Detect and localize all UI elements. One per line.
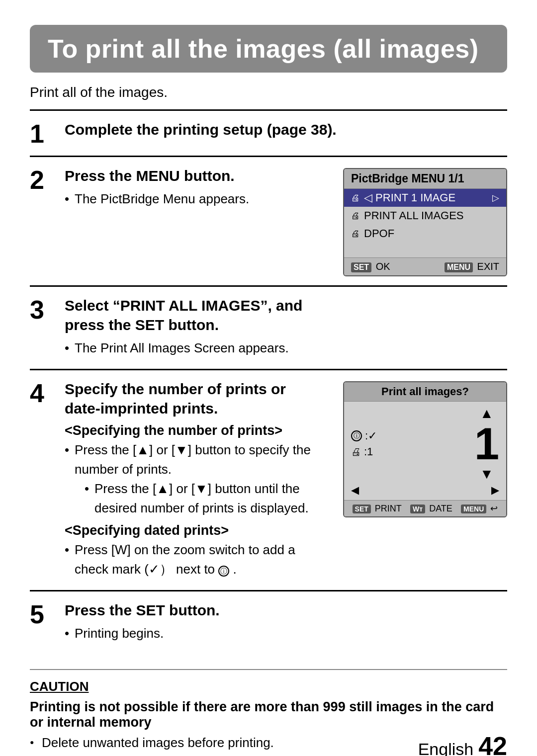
- print-label: PRINT: [375, 504, 402, 513]
- page-title: To print all the images (all images): [48, 34, 489, 64]
- step-3-content: Select “PRINT ALL IMAGES”, and press the…: [65, 296, 328, 360]
- step-3-number: 3: [30, 296, 65, 323]
- step-4-left: 4 Specify the number of prints ordate-im…: [30, 379, 328, 581]
- step-5-body-item-1: Printing begins.: [65, 624, 497, 643]
- step-3-right: [328, 296, 507, 360]
- print-all-number-area: ▲ 1 ▼: [474, 406, 499, 482]
- pictbridge-ok: SET OK: [351, 261, 390, 272]
- left-arrow[interactable]: ◀: [351, 484, 359, 496]
- step-3-row: 3 Select “PRINT ALL IMAGES”, and press t…: [30, 285, 507, 369]
- page-container: To print all the images (all images) Pri…: [0, 25, 537, 756]
- step-5: 5 Press the SET button. Printing begins.: [30, 590, 507, 654]
- step-4-item-1-sub: Press the [▲] or [▼] button until the de…: [85, 479, 328, 518]
- step-1-content: Complete the printing setup (page 38).: [65, 120, 507, 143]
- step-2-row: 2 Press the MENU button. The PictBridge …: [30, 156, 507, 285]
- title-bar: To print all the images (all images): [30, 25, 507, 73]
- step-5-title: Press the SET button.: [65, 600, 497, 620]
- step-3-body-item-1: The Print All Images Screen appears.: [65, 338, 318, 358]
- wt-btn: Wт: [410, 504, 425, 513]
- print-all-number: 1: [474, 421, 499, 466]
- step-2-title: Press the MENU button.: [65, 166, 318, 185]
- footer-page-number: 42: [478, 731, 507, 756]
- pictbridge-item-1-arrow: ▷: [492, 192, 499, 203]
- print-all-body: ⓘ :✓ 🖨 :1 ▲ 1 ▼: [344, 402, 506, 484]
- step-2-body: The PictBridge Menu appears.: [65, 189, 318, 209]
- step-3-title: Select “PRINT ALL IMAGES”, and press the…: [65, 296, 318, 335]
- up-down-arrows: ▲ 1 ▼: [474, 406, 499, 482]
- right-arrow[interactable]: ▶: [491, 484, 499, 496]
- circle-w-icon: ⓘ: [218, 566, 229, 577]
- caution-title: CAUTION: [30, 679, 507, 694]
- step-2-left: 2 Press the MENU button. The PictBridge …: [30, 166, 328, 276]
- footer-language: English: [418, 740, 474, 756]
- exit-label: EXIT: [477, 261, 499, 272]
- print-all-count: 🖨 :1: [351, 445, 474, 458]
- set-btn-icon: SET: [351, 262, 371, 272]
- step-4-item-2: Press [W] on the zoom switch to add a ch…: [65, 540, 328, 579]
- back-label: ↩: [490, 504, 498, 513]
- pictbridge-screen-title: PictBridge MENU 1/1: [344, 169, 506, 189]
- pictbridge-menu-item-1: 🖨 ◁ PRINT 1 IMAGE ▷: [344, 189, 506, 207]
- printer-icon-2: 🖨: [351, 211, 360, 221]
- set-btn: SET: [353, 504, 371, 513]
- date-btn: Wт DATE: [410, 504, 452, 514]
- page-subtitle: Print all of the images.: [30, 84, 507, 100]
- step-4-sub2-heading: <Specifying dated prints>: [65, 523, 328, 538]
- print-all-screen: Print all images? ⓘ :✓ 🖨 :1: [343, 381, 507, 517]
- step-1-title: Complete the printing setup (page 38).: [65, 120, 497, 139]
- pictbridge-item-1-label: ◁ PRINT 1 IMAGE: [364, 191, 455, 204]
- pictbridge-spacer: [344, 243, 506, 257]
- pictbridge-footer: SET OK MENU EXIT: [344, 257, 506, 275]
- page-footer: English 42: [418, 731, 507, 756]
- date-circle-icon: ⓘ: [351, 430, 362, 441]
- menu-btn-icon: MENU: [445, 262, 473, 272]
- step-2-body-item-1: The PictBridge Menu appears.: [65, 189, 318, 209]
- step-5-number: 5: [30, 600, 65, 627]
- pictbridge-item-2-label: PRINT ALL IMAGES: [364, 209, 464, 222]
- print-all-info: ⓘ :✓ 🖨 :1: [351, 429, 474, 458]
- down-arrow[interactable]: ▼: [480, 466, 494, 482]
- step-4-number: 4: [30, 379, 65, 406]
- count-label: :1: [364, 445, 373, 458]
- step-4-item-1: Press the [▲] or [▼] button to specify t…: [65, 440, 328, 518]
- step-4-sub2-body: Press [W] on the zoom switch to add a ch…: [65, 540, 328, 579]
- date-label: DATE: [429, 504, 452, 513]
- menu-back-btn: MENU: [461, 504, 486, 513]
- step-5-content: Press the SET button. Printing begins.: [65, 600, 507, 645]
- back-btn: MENU ↩: [461, 503, 498, 514]
- check-mark: :✓: [365, 429, 377, 442]
- step-4-sub1-heading: <Specifying the number of prints>: [65, 423, 328, 438]
- pictbridge-exit: MENU EXIT: [445, 261, 499, 272]
- pictbridge-menu-item-3: 🖨 DPOF: [344, 225, 506, 243]
- pictbridge-item-3-label: DPOF: [364, 227, 394, 240]
- pictbridge-menu-screen: PictBridge MENU 1/1 🖨 ◁ PRINT 1 IMAGE ▷ …: [343, 168, 507, 276]
- step-3-left: 3 Select “PRINT ALL IMAGES”, and press t…: [30, 296, 328, 360]
- step-2-content: Press the MENU button. The PictBridge Me…: [65, 166, 328, 211]
- step-3-body: The Print All Images Screen appears.: [65, 338, 318, 358]
- step-1: 1 Complete the printing setup (page 38).: [30, 109, 507, 156]
- step-2-number: 2: [30, 166, 65, 193]
- pictbridge-menu-item-2: 🖨 PRINT ALL IMAGES: [344, 207, 506, 225]
- step-4-content: Specify the number of prints ordate-impr…: [65, 379, 328, 581]
- print-all-check: ⓘ :✓: [351, 429, 474, 442]
- print-small-icon: 🖨: [351, 446, 361, 458]
- print-all-screen-title: Print all images?: [344, 382, 506, 402]
- step-4-sub1-body: Press the [▲] or [▼] button to specify t…: [65, 440, 328, 518]
- step-4-row: 4 Specify the number of prints ordate-im…: [30, 369, 507, 590]
- step-4-title: Specify the number of prints ordate-impr…: [65, 379, 328, 418]
- ok-label: OK: [376, 261, 390, 272]
- step-2-right: PictBridge MENU 1/1 🖨 ◁ PRINT 1 IMAGE ▷ …: [328, 166, 507, 276]
- dpof-icon: 🖨: [351, 229, 360, 239]
- print-all-footer: SET PRINT Wт DATE MENU ↩: [344, 500, 506, 516]
- step-5-body: Printing begins.: [65, 624, 497, 643]
- print-btn: SET PRINT: [353, 504, 402, 514]
- print-all-lr-arrows: ◀ ▶: [344, 484, 506, 500]
- caution-body: Printing is not possible if there are mo…: [30, 699, 507, 730]
- printer-icon-1: 🖨: [351, 193, 360, 203]
- step-1-number: 1: [30, 120, 65, 147]
- step-4-right: Print all images? ⓘ :✓ 🖨 :1: [328, 379, 507, 517]
